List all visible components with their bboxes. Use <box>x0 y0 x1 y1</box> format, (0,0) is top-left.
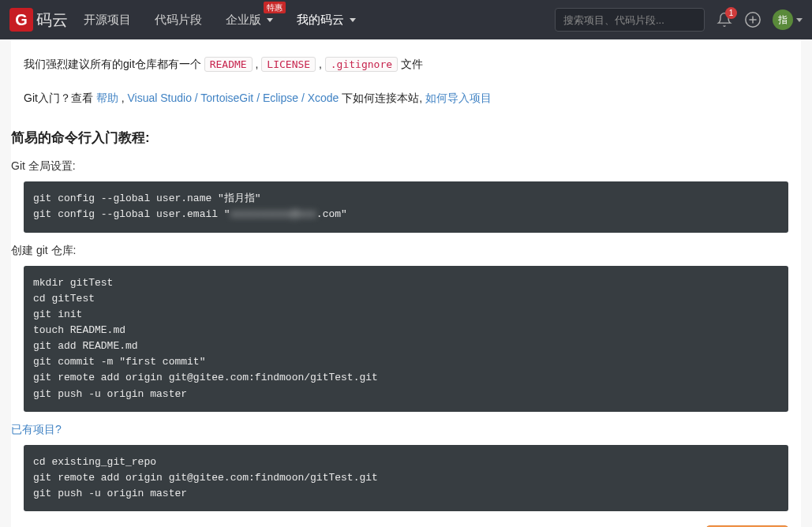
nav-mine-label: 我的码云 <box>297 13 344 26</box>
logo-icon: G <box>9 8 33 32</box>
global-settings-heading: Git 全局设置: <box>11 159 801 174</box>
search-input[interactable] <box>555 8 705 32</box>
code-global[interactable]: git config --global user.name "指月指" git … <box>24 181 788 232</box>
intro-text: Git入门？查看 <box>24 92 96 104</box>
logo[interactable]: G 码云 <box>9 8 68 32</box>
link-help[interactable]: 帮助 <box>96 92 118 104</box>
nav-snippets[interactable]: 代码片段 <box>155 13 202 28</box>
main-content: 我们强烈建议所有的git仓库都有一个 README , LICENSE , .g… <box>11 39 801 527</box>
intro-line-1: 我们强烈建议所有的git仓库都有一个 README , LICENSE , .g… <box>24 54 788 75</box>
promo-badge: 特惠 <box>264 2 286 13</box>
tag-gitignore: .gitignore <box>325 57 398 72</box>
link-import[interactable]: 如何导入项目 <box>425 92 492 104</box>
code-text: git config --global user.name "指月指" git … <box>33 192 261 220</box>
nav-links: 开源项目 代码片段 企业版 特惠 我的码云 <box>84 13 356 28</box>
chevron-down-icon <box>796 18 803 22</box>
link-ides[interactable]: Visual Studio / TortoiseGit / Eclipse / … <box>127 92 339 104</box>
tutorial-heading: 简易的命令行入门教程: <box>11 129 801 147</box>
intro-text: 我们强烈建议所有的git仓库都有一个 <box>24 58 204 70</box>
code-text: .com" <box>316 208 347 220</box>
nav-mine[interactable]: 我的码云 <box>297 13 356 28</box>
intro-text: 下如何连接本站, <box>342 92 425 104</box>
existing-project-heading[interactable]: 已有项目? <box>11 423 801 437</box>
avatar: 指 <box>773 9 793 30</box>
navbar: G 码云 开源项目 代码片段 企业版 特惠 我的码云 1 <box>0 0 812 39</box>
chevron-down-icon <box>267 18 273 22</box>
code-existing[interactable]: cd existing_git_repo git remote add orig… <box>24 445 788 511</box>
nav-right: 1 指 <box>555 8 803 32</box>
sep: , <box>319 58 325 70</box>
plus-circle-icon <box>744 11 761 28</box>
blurred-email: xxxxxxxxxx@xxx <box>230 208 316 220</box>
tag-readme: README <box>204 57 253 72</box>
nav-enterprise-label: 企业版 <box>226 13 261 26</box>
create-repo-heading: 创建 git 仓库: <box>11 244 801 258</box>
intro-text: 文件 <box>401 58 423 70</box>
create-button[interactable] <box>744 11 761 28</box>
nav-enterprise[interactable]: 企业版 特惠 <box>226 13 273 28</box>
nav-projects[interactable]: 开源项目 <box>84 13 131 28</box>
code-create[interactable]: mkdir gitTest cd gitTest git init touch … <box>24 266 788 412</box>
tag-license: LICENSE <box>261 57 316 72</box>
intro-line-2: Git入门？查看 帮助 , Visual Studio / TortoiseGi… <box>24 88 788 109</box>
chevron-down-icon <box>350 18 356 22</box>
notif-badge: 1 <box>725 7 737 19</box>
notifications-button[interactable]: 1 <box>716 11 733 28</box>
user-menu[interactable]: 指 <box>773 9 803 30</box>
logo-text: 码云 <box>36 9 68 31</box>
